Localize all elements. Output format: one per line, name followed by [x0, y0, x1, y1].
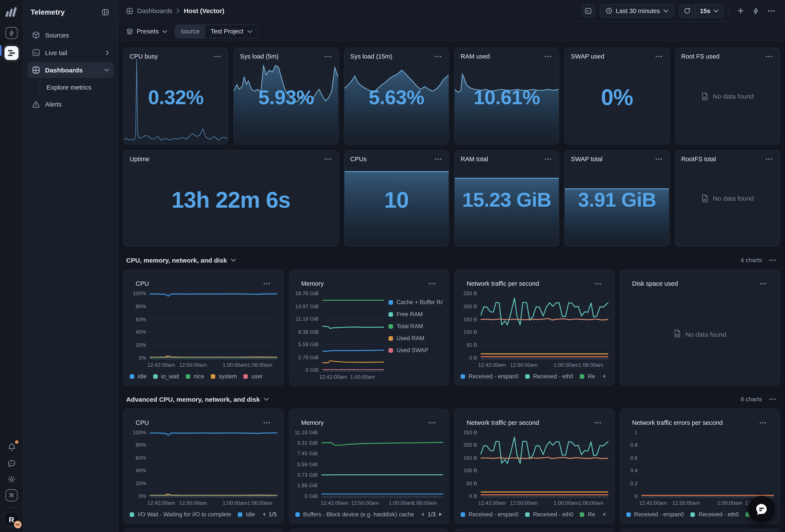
- card-title: Network traffic errors per second: [632, 419, 723, 426]
- chat-feedback-icon[interactable]: [5, 457, 18, 469]
- sidebar-item-sources[interactable]: Sources: [27, 27, 113, 43]
- section-menu-icon[interactable]: [768, 258, 777, 262]
- card-menu-icon[interactable]: [654, 157, 663, 161]
- sidebar: Telemetry Sources Live tail Dashboards E…: [24, 0, 118, 532]
- card-menu-icon[interactable]: [758, 282, 767, 286]
- sidebar-item-alerts[interactable]: Alerts: [27, 96, 113, 112]
- y-axis: 10.80.60.40.20: [626, 431, 641, 507]
- legend-item[interactable]: Total RAM: [388, 323, 442, 329]
- legend-item[interactable]: I/O Wait - Waiting for I/O to complete: [130, 511, 231, 517]
- pagination-label: 1/5: [269, 511, 277, 517]
- pagination-label: 1/3: [428, 511, 436, 517]
- x-tick-label: 12:50:00am: [672, 500, 700, 506]
- legend-label: Idle: [246, 511, 255, 517]
- panel-view-button[interactable]: [582, 4, 595, 18]
- legend-swatch-icon: [580, 374, 584, 378]
- no-data-text: No data found: [685, 330, 726, 338]
- chart-legend: Received - erspan0Received - eth0Re1/11: [460, 509, 608, 520]
- chart-plot: [481, 431, 608, 498]
- source-filter[interactable]: source Test Project: [175, 24, 258, 38]
- pagination-prev-icon[interactable]: [262, 512, 266, 517]
- legend-item[interactable]: Buffers - Block device (e.g. harddisk) c…: [295, 511, 414, 517]
- card-menu-icon[interactable]: [262, 282, 271, 286]
- card-menu-icon[interactable]: [764, 157, 774, 161]
- legend-label: Received - eth0: [533, 373, 573, 379]
- card-menu-icon[interactable]: [544, 157, 553, 161]
- card-menu-icon[interactable]: [433, 157, 442, 161]
- card-header: Sys load (15m): [344, 48, 449, 60]
- pagination-prev-icon[interactable]: [421, 512, 425, 517]
- section-header-advanced-cpu-memory-network-and-disk[interactable]: Advanced CPU, memory, network, and disk8…: [126, 392, 777, 406]
- clock-icon: [606, 7, 612, 14]
- section-header-cpu-memory-network-and-disk[interactable]: CPU, memory, network, and disk4 charts: [126, 253, 777, 267]
- brand-logo-icon[interactable]: [5, 6, 18, 18]
- pagination-prev-icon[interactable]: [602, 374, 606, 379]
- card-menu-icon[interactable]: [593, 421, 602, 425]
- breadcrumb-dashboards[interactable]: Dashboards: [137, 7, 173, 15]
- legend-item[interactable]: user: [244, 373, 263, 379]
- time-range-picker[interactable]: Last 30 minutes: [600, 4, 674, 18]
- legend-item[interactable]: nice: [185, 373, 204, 379]
- bolt-actions-button[interactable]: [751, 5, 761, 16]
- card-menu-icon[interactable]: [758, 421, 767, 425]
- legend-item[interactable]: Used RAM: [388, 335, 442, 341]
- legend-item[interactable]: Received - erspan0: [460, 511, 518, 517]
- section-chart-count: 8 charts: [741, 396, 762, 403]
- legend-item[interactable]: idle: [130, 373, 147, 379]
- card-menu-icon[interactable]: [764, 54, 774, 58]
- card-menu-icon[interactable]: [213, 54, 222, 58]
- refresh-interval-select[interactable]: 15s: [695, 4, 723, 17]
- card-menu-icon[interactable]: [262, 421, 271, 425]
- card-menu-icon[interactable]: [428, 282, 436, 286]
- sidebar-item-explore-metrics[interactable]: Explore metrics: [40, 80, 113, 95]
- section-menu-icon[interactable]: [768, 397, 777, 401]
- notifications-bell-icon[interactable]: [5, 441, 18, 453]
- card-menu-icon[interactable]: [593, 282, 602, 286]
- legend-item[interactable]: Received - eth0: [525, 511, 573, 517]
- legend-item[interactable]: Cache + Buffer RAM: [388, 299, 442, 305]
- legend-item[interactable]: Used SWAP: [388, 347, 442, 353]
- legend-item[interactable]: Idle: [238, 511, 255, 517]
- sidebar-item-dashboards[interactable]: Dashboards: [27, 62, 113, 78]
- toolbar-divider: [729, 6, 730, 16]
- y-tick-label: 0 GiB: [305, 367, 319, 373]
- add-panel-button[interactable]: [735, 5, 746, 16]
- legend-item[interactable]: Re: [580, 511, 596, 517]
- card-menu-icon[interactable]: [323, 157, 332, 161]
- chat-fab-button[interactable]: [748, 496, 775, 523]
- card-header: Network traffic per second: [460, 275, 608, 287]
- legend-item[interactable]: Received - eth0: [690, 511, 739, 517]
- refresh-button[interactable]: [680, 4, 695, 17]
- card-menu-icon[interactable]: [323, 54, 332, 58]
- card-menu-icon[interactable]: [654, 54, 663, 58]
- legend-item[interactable]: Free RAM: [388, 311, 442, 317]
- presets-dropdown[interactable]: Presets: [126, 27, 167, 35]
- chart-legend: Buffers - Block device (e.g. harddisk) c…: [295, 509, 442, 520]
- sidebar-collapse-icon[interactable]: [100, 6, 111, 17]
- legend-swatch-icon: [238, 512, 243, 516]
- card-menu-icon[interactable]: [433, 54, 442, 58]
- telemetry-app-icon[interactable]: [4, 46, 19, 60]
- x-axis: 12:42:00am12:50:00am1:00:00am1:06:00am: [321, 498, 442, 507]
- legend-item[interactable]: Received - eth0: [525, 373, 573, 379]
- legend-item[interactable]: Received - erspan0: [460, 373, 518, 379]
- theme-sun-icon[interactable]: [5, 473, 18, 485]
- legend-swatch-icon: [460, 374, 465, 378]
- legend-swatch-icon: [690, 512, 695, 516]
- card-menu-icon[interactable]: [428, 421, 436, 425]
- more-options-button[interactable]: [766, 5, 777, 16]
- legend-item[interactable]: Received - erspan0: [626, 511, 684, 517]
- y-axis-labels: 250 B200 B150 B100 B50 B0 B: [460, 432, 480, 496]
- pagination-next-icon[interactable]: [439, 512, 442, 517]
- user-avatar[interactable]: R NF: [4, 512, 19, 527]
- legend-item[interactable]: io_wait: [153, 373, 179, 379]
- chevron-down-icon: [104, 69, 109, 72]
- flash-app-icon[interactable]: [5, 27, 18, 39]
- card-menu-icon[interactable]: [544, 54, 553, 58]
- command-menu-icon[interactable]: ⌘: [5, 489, 18, 501]
- legend-item[interactable]: Re: [580, 373, 596, 379]
- pagination-prev-icon[interactable]: [602, 512, 606, 517]
- card-title: Uptime: [130, 156, 150, 163]
- legend-item[interactable]: system: [211, 373, 237, 379]
- sidebar-item-live-tail[interactable]: Live tail: [27, 45, 113, 61]
